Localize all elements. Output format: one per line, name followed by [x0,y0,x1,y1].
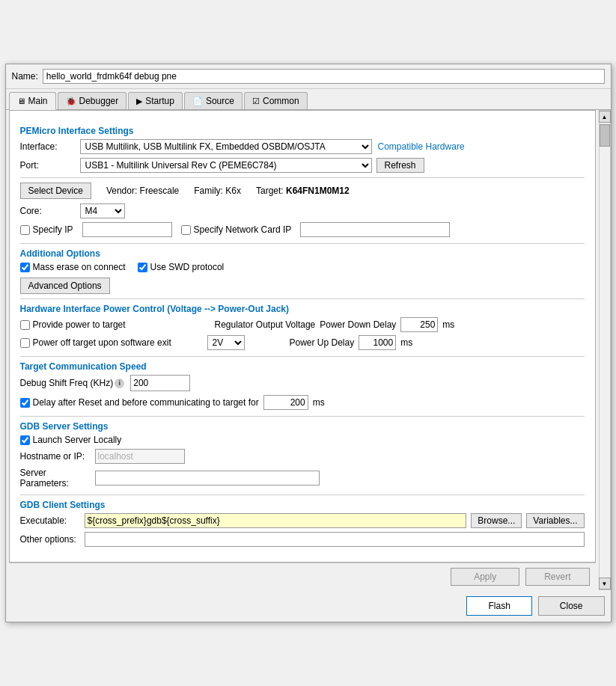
target-value: K64FN1M0M12 [286,186,350,196]
vendor-value: Freescale [140,186,180,196]
interface-select[interactable]: USB Multilink, USB Multilink FX, Embedde… [80,139,372,154]
specify-network-label: Specify Network Card IP [194,224,292,235]
delay-ms: ms [313,397,325,408]
mass-erase-label[interactable]: Mass erase on connect [20,262,126,272]
common-icon: ☑ [252,97,260,106]
scrollbar[interactable]: ▲ ▼ [599,110,611,590]
gdb-client-title: GDB Client Settings [20,500,585,510]
power-down-delay-label: Power Down Delay [320,319,396,330]
target-info: Target: K64FN1M0M12 [256,186,350,196]
hostname-label: Hostname or IP: [20,451,95,462]
source-icon: 📄 [192,97,203,106]
target-label: Target: [256,186,284,196]
vendor-info: Vendor: Freescale [106,186,179,196]
core-label: Core: [20,206,80,216]
power-off-label[interactable]: Power off target upon software exit [20,337,207,348]
compatible-hardware-link[interactable]: Compatible Hardware [378,141,465,152]
apply-button[interactable]: Apply [451,568,519,586]
specify-ip-checkbox[interactable] [20,225,30,235]
freq-input[interactable] [130,375,190,391]
tab-common-label: Common [263,96,299,106]
tab-debugger[interactable]: 🐞 Debugger [58,92,127,109]
delay-checkbox[interactable] [20,398,30,408]
regulator-label: Regulator Output Voltage [215,319,316,330]
tab-bar: 🖥 Main 🐞 Debugger ▶ Startup 📄 Source ☑ C… [6,89,611,110]
main-icon: 🖥 [17,97,25,105]
tab-common[interactable]: ☑ Common [244,92,308,109]
specify-network-input[interactable] [300,222,450,237]
scroll-down-button[interactable]: ▼ [599,578,611,589]
interface-label: Interface: [20,141,80,152]
flash-button[interactable]: Flash [466,596,531,616]
server-params-input[interactable] [95,471,320,486]
provide-power-checkbox[interactable] [20,320,30,330]
use-swd-text: Use SWD protocol [150,262,225,272]
power-section-title: Hardware Interface Power Control (Voltag… [20,304,585,314]
specify-ip-input[interactable] [82,222,172,237]
tab-main[interactable]: 🖥 Main [9,92,56,110]
power-up-ms: ms [400,337,412,348]
tab-source-label: Source [206,96,234,106]
browse-button[interactable]: Browse... [471,513,522,528]
tab-startup[interactable]: ▶ Startup [128,92,183,109]
mass-erase-text: Mass erase on connect [33,262,126,272]
tab-startup-label: Startup [145,96,174,106]
launch-server-text: Launch Server Locally [33,435,122,445]
name-input[interactable] [43,69,605,84]
delay-checkbox-label[interactable]: Delay after Reset and before communicati… [20,397,259,408]
provide-power-label[interactable]: Provide power to target [20,319,207,330]
advanced-options-button[interactable]: Advanced Options [20,278,110,294]
power-down-ms: ms [442,319,454,330]
power-up-delay-input[interactable] [359,335,396,350]
revert-button[interactable]: Revert [525,568,589,586]
tab-source[interactable]: 📄 Source [184,92,243,109]
voltage-select[interactable]: 2V 3.3V 5V [207,335,245,350]
launch-server-checkbox[interactable] [20,435,30,445]
startup-icon: ▶ [136,97,142,106]
family-label: Family: [194,186,223,196]
delay-label: Delay after Reset and before communicati… [33,397,259,408]
other-input[interactable] [85,532,585,547]
use-swd-label[interactable]: Use SWD protocol [138,262,225,272]
specify-ip-checkbox-label[interactable]: Specify IP [20,224,73,235]
variables-button[interactable]: Variables... [526,513,584,528]
tab-main-label: Main [28,96,48,106]
speed-section-title: Target Communication Speed [20,361,585,372]
debugger-icon: 🐞 [66,97,76,106]
power-off-checkbox[interactable] [20,338,30,348]
freq-label: Debug Shift Freq (KHz) i [20,378,125,388]
executable-label: Executable: [20,515,80,526]
power-up-delay-label: Power Up Delay [290,337,355,348]
specify-network-checkbox-label[interactable]: Specify Network Card IP [181,224,292,235]
other-label: Other options: [20,534,80,545]
family-value: K6x [225,186,241,196]
core-select[interactable]: M4 M0+ [80,203,125,218]
info-icon: i [115,379,124,388]
scroll-thumb[interactable] [600,124,610,147]
vendor-label: Vendor: [106,186,137,196]
power-down-delay-input[interactable] [400,317,438,332]
tab-debugger-label: Debugger [79,96,119,106]
delay-input[interactable] [263,395,308,410]
hostname-input[interactable] [95,449,185,464]
mass-erase-checkbox[interactable] [20,263,30,272]
refresh-button[interactable]: Refresh [376,158,424,173]
server-params-label: Server Parameters: [20,468,95,489]
specify-network-checkbox[interactable] [181,225,191,235]
provide-power-text: Provide power to target [33,319,126,330]
scroll-up-button[interactable]: ▲ [599,111,611,123]
use-swd-checkbox[interactable] [138,263,147,272]
port-select[interactable]: USB1 - Multilink Universal Rev C (PEME6C… [80,158,372,173]
executable-input[interactable] [85,513,467,528]
gdb-server-title: GDB Server Settings [20,421,585,432]
close-button[interactable]: Close [538,596,605,616]
name-label: Name: [12,71,38,82]
launch-server-label[interactable]: Launch Server Locally [20,435,122,445]
pemicro-section-title: PEMicro Interface Settings [20,126,585,136]
power-off-text: Power off target upon software exit [33,337,171,348]
select-device-button[interactable]: Select Device [20,183,91,199]
family-info: Family: K6x [194,186,241,196]
port-label: Port: [20,160,80,171]
additional-section-title: Additional Options [20,248,585,259]
specify-ip-label: Specify IP [33,224,73,235]
